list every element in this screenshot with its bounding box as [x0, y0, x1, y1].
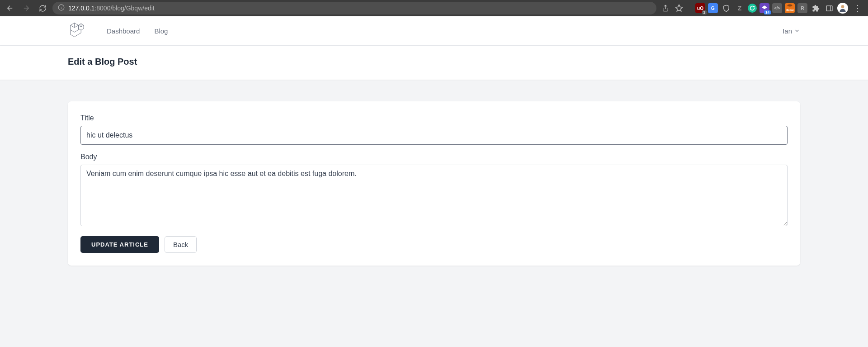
- browser-toolbar: 127.0.0.1:8000/blog/Gbqw/edit uO 1 G Z 1…: [0, 0, 868, 16]
- app-navigation: Dashboard Blog Ian: [0, 16, 868, 46]
- user-menu[interactable]: Ian: [783, 27, 800, 35]
- page-header: Edit a Blog Post: [0, 46, 868, 80]
- nav-link-blog[interactable]: Blog: [154, 27, 168, 35]
- user-name: Ian: [783, 27, 792, 35]
- extension-desc-icon[interactable]: desc: [785, 3, 795, 13]
- extension-z-icon[interactable]: Z: [734, 3, 745, 14]
- page-title: Edit a Blog Post: [68, 57, 800, 67]
- back-button[interactable]: [4, 2, 16, 14]
- purple-badge: 14: [764, 10, 771, 14]
- svg-marker-3: [676, 5, 683, 11]
- svg-point-4: [788, 5, 793, 7]
- back-button[interactable]: Back: [165, 236, 197, 253]
- forward-button[interactable]: [20, 2, 33, 14]
- nav-link-dashboard[interactable]: Dashboard: [107, 27, 140, 35]
- share-icon[interactable]: [660, 3, 671, 14]
- extension-grammarly-icon[interactable]: [748, 4, 757, 13]
- body-textarea[interactable]: Veniam cum enim deserunt cumque ipsa hic…: [80, 165, 788, 226]
- address-bar[interactable]: 127.0.0.1:8000/blog/Gbqw/edit: [52, 2, 656, 14]
- chevron-down-icon: [794, 28, 800, 34]
- extension-purple-icon[interactable]: 14: [760, 3, 769, 13]
- extension-devtools-icon[interactable]: </>: [772, 3, 782, 13]
- extensions-puzzle-icon[interactable]: [810, 3, 821, 14]
- site-info-icon[interactable]: [58, 4, 65, 12]
- title-label: Title: [80, 114, 788, 122]
- profile-avatar[interactable]: [837, 3, 848, 14]
- extension-translate-icon[interactable]: G: [708, 3, 718, 13]
- panel-icon[interactable]: [824, 3, 835, 14]
- browser-menu-icon[interactable]: ⋮: [851, 3, 864, 13]
- title-input[interactable]: [80, 126, 788, 145]
- bookmark-star-icon[interactable]: [674, 3, 684, 14]
- extension-shield-icon[interactable]: [721, 3, 731, 14]
- extension-ublock-icon[interactable]: uO 1: [695, 3, 705, 13]
- update-article-button[interactable]: Update Article: [80, 236, 159, 253]
- form-card: Title Body Veniam cum enim deserunt cumq…: [68, 101, 800, 266]
- body-label: Body: [80, 153, 788, 161]
- svg-rect-5: [826, 5, 832, 10]
- svg-point-7: [841, 5, 844, 8]
- reload-button[interactable]: [36, 2, 49, 14]
- extension-r-icon[interactable]: R: [797, 3, 807, 13]
- ublock-badge: 1: [702, 10, 707, 14]
- form-buttons: Update Article Back: [80, 236, 788, 253]
- body-field: Body Veniam cum enim deserunt cumque ips…: [80, 153, 788, 228]
- app-logo[interactable]: [68, 21, 85, 40]
- url-text: 127.0.0.1:8000/blog/Gbqw/edit: [68, 5, 155, 12]
- main-content: Title Body Veniam cum enim deserunt cumq…: [0, 80, 868, 287]
- title-field: Title: [80, 114, 788, 145]
